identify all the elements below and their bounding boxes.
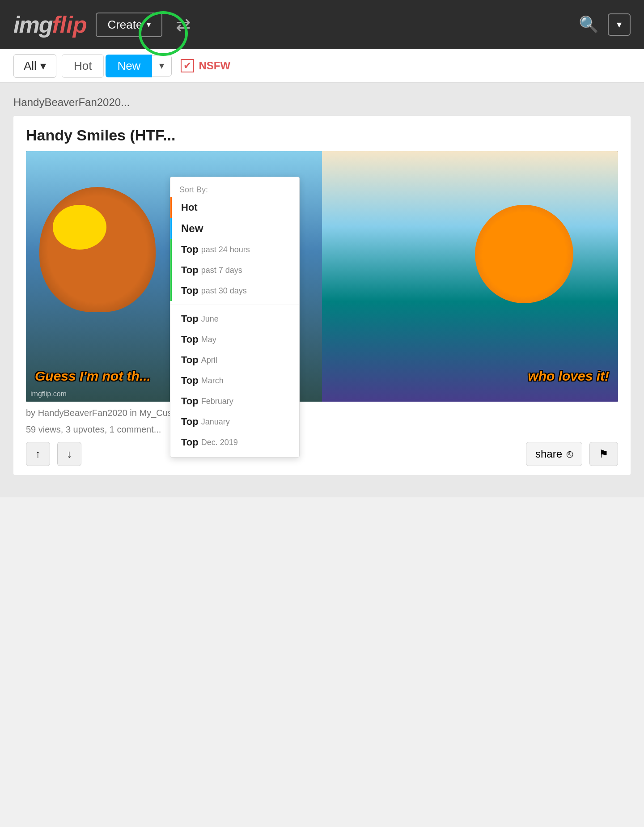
search-icon: 🔍 [579,15,599,34]
shuffle-icon[interactable]: ⇄ [176,14,191,35]
sort-top-7d-main: Top [181,264,199,276]
sort-item-top-24h[interactable]: Top past 24 hours [170,239,299,260]
meme-stats: 59 views, 3 upvotes, 1 comment... [26,424,618,435]
share-label: share [535,448,562,460]
sort-item-top-february[interactable]: Top February [170,391,299,411]
watermark: imgflip.com [30,390,67,398]
meme-caption-right: who loves it! [528,369,609,384]
meme-caption-left: Guess I'm not th... [35,369,151,384]
character-face-right [475,205,573,303]
create-arrow: ▾ [147,20,151,30]
meme-author-info: by HandyBeaverFan2020 in My_Cust... [26,408,182,418]
header-dropdown-icon: ▾ [617,19,622,30]
downvote-icon: ↓ [67,448,72,460]
sort-top-june-main: Top [181,313,199,325]
sort-top-24h-main: Top [181,244,199,255]
sort-divider [170,305,299,305]
sort-item-top-7d[interactable]: Top past 7 days [170,260,299,280]
sort-item-top-30d[interactable]: Top past 30 days [170,280,299,301]
sort-top-january-main: Top [181,416,199,428]
flag-icon: ⚑ [599,448,609,460]
meme-image: Guess I'm not th... who loves it! imgfli… [26,151,618,402]
meme-card: Handy Smiles (HTF... Guess I'm not th...… [13,116,631,475]
sort-item-top-june[interactable]: Top June [170,309,299,329]
filter-all-button[interactable]: All ▾ [13,54,56,78]
filter-hot-button[interactable]: Hot [62,54,104,78]
upvote-icon: ↑ [35,448,41,460]
sort-item-top-april[interactable]: Top April [170,350,299,370]
sort-item-top-january[interactable]: Top January [170,411,299,432]
sort-top-february-main: Top [181,395,199,407]
sort-dropdown: Sort By: Hot New Top past 24 hours Top p… [170,177,300,458]
create-button[interactable]: Create ▾ [96,13,162,37]
sort-new-label: New [181,222,203,235]
sort-top-june-sub: June [201,314,219,324]
filter-sort-dropdown-button[interactable]: ▾ [152,55,172,76]
sort-top-february-sub: February [201,397,233,406]
sort-top-dec2019-main: Top [181,437,199,448]
share-button[interactable]: share ⎋ [526,442,582,466]
sort-hot-label: Hot [181,202,198,213]
sort-top-january-sub: January [201,417,230,427]
downvote-button[interactable]: ↓ [57,442,81,466]
sort-top-march-sub: March [201,376,224,386]
sort-top-april-sub: April [201,356,217,365]
sort-item-top-march[interactable]: Top March [170,370,299,391]
meme-actions: ↑ ↓ share ⎋ ⚑ [26,442,618,466]
filter-all-label: All [24,59,37,73]
sort-item-top-dec2019[interactable]: Top Dec. 2019 [170,432,299,453]
filter-dropdown-arrow-icon: ▾ [159,60,164,71]
nsfw-check-icon: ✔ [183,60,191,72]
sort-top-april-main: Top [181,354,199,366]
sort-top-30d-sub: past 30 days [201,286,247,296]
search-button[interactable]: 🔍 [579,15,599,34]
nsfw-label: NSFW [199,59,230,72]
filter-hot-label: Hot [74,59,92,72]
meme-title: Handy Smiles (HTF... [26,127,618,144]
image-bg-right [322,151,618,402]
filter-new-button[interactable]: New [106,55,152,77]
logo-flip: flip [52,11,87,38]
sort-top-dec2019-sub: Dec. 2019 [201,438,238,447]
filter-all-arrow: ▾ [40,59,46,73]
sort-top-24h-sub: past 24 hours [201,245,250,254]
sort-dropdown-label: Sort By: [170,182,299,197]
sort-top-7d-sub: past 7 days [201,266,242,275]
character-face-left [39,187,156,312]
sort-item-new[interactable]: New [170,218,299,239]
content-area: HandyBeaverFan2020... Handy Smiles (HTF.… [0,83,644,497]
logo: img flip [13,11,87,38]
filter-new-label: New [117,59,140,72]
sort-top-march-main: Top [181,375,199,386]
share-icon: ⎋ [567,448,573,460]
sort-item-hot[interactable]: Hot [170,197,299,218]
logo-img: img [13,11,52,38]
flag-button[interactable]: ⚑ [589,442,618,466]
meme-stats-text: 59 views, 3 upvotes, 1 comment... [26,424,161,434]
create-label: Create [107,18,142,32]
nsfw-area: ✔ NSFW [181,59,230,72]
meme-meta: by HandyBeaverFan2020 in My_Cust... [26,408,618,418]
nsfw-checkbox[interactable]: ✔ [181,59,194,72]
sort-top-may-sub: May [201,335,216,344]
sort-top-may-main: Top [181,334,199,345]
filter-bar: All ▾ Hot New ▾ ✔ NSFW [0,49,644,83]
breadcrumb-text: HandyBeaverFan2020... [13,96,130,108]
sort-item-top-may[interactable]: Top May [170,329,299,350]
header: img flip Create ▾ ⇄ 🔍 ▾ [0,0,644,49]
breadcrumb: HandyBeaverFan2020... [13,96,631,109]
sort-top-30d-main: Top [181,285,199,297]
header-dropdown-button[interactable]: ▾ [608,13,631,36]
upvote-button[interactable]: ↑ [26,442,50,466]
